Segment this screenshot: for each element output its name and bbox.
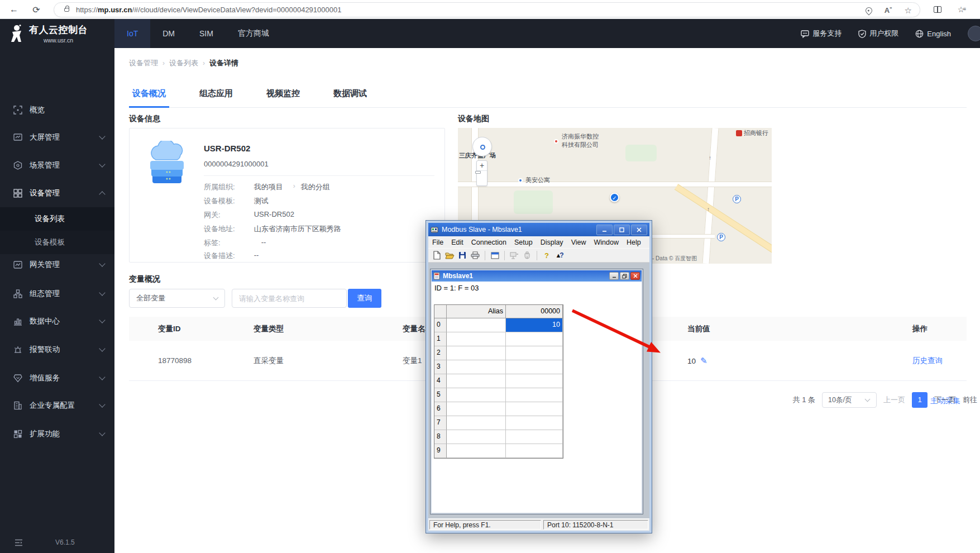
breadcrumb-device-mgmt[interactable]: 设备管理 bbox=[129, 58, 158, 68]
user-permissions[interactable]: 用户权限 bbox=[858, 28, 898, 39]
sidebar-item-alarm-linkage[interactable]: 报警联动 bbox=[0, 337, 114, 362]
disconnect-icon-disabled[interactable] bbox=[522, 250, 532, 260]
value-cell[interactable] bbox=[506, 444, 563, 458]
edit-value-icon[interactable]: ✎ bbox=[700, 356, 707, 365]
register-grid[interactable]: Alias 00000 010 1 2 3 4 5 6 7 8 9 bbox=[434, 304, 563, 459]
alias-cell[interactable] bbox=[447, 388, 506, 402]
help-icon[interactable]: ? bbox=[542, 250, 552, 260]
value-cell[interactable] bbox=[506, 374, 563, 388]
query-button[interactable]: 查询 bbox=[348, 289, 381, 308]
avatar[interactable] bbox=[968, 26, 980, 41]
modbus-slave-window[interactable]: Modbus Slave - Mbslave1 File Edit Connec… bbox=[426, 220, 652, 533]
device-location-marker[interactable]: ✓ bbox=[610, 193, 619, 202]
variable-search-input[interactable] bbox=[232, 289, 347, 308]
variable-type-select[interactable]: 全部变量 bbox=[129, 289, 225, 308]
favorite-star-icon[interactable]: ☆ bbox=[905, 6, 912, 16]
menu-help[interactable]: Help bbox=[623, 239, 645, 246]
nav-tab-mall[interactable]: 官方商城 bbox=[226, 19, 281, 48]
new-file-icon[interactable] bbox=[432, 250, 442, 260]
alias-cell[interactable] bbox=[447, 402, 506, 416]
child-minimize-button[interactable] bbox=[609, 272, 619, 280]
alias-cell[interactable] bbox=[447, 430, 506, 444]
sidebar-item-device-mgmt[interactable]: 设备管理 bbox=[0, 181, 114, 206]
modbus-title-bar[interactable]: Modbus Slave - Mbslave1 bbox=[428, 223, 649, 236]
prev-page-button[interactable]: 上一页 bbox=[883, 395, 905, 405]
menu-window[interactable]: Window bbox=[590, 239, 623, 246]
menu-view[interactable]: View bbox=[567, 239, 590, 246]
alias-cell[interactable] bbox=[447, 374, 506, 388]
service-support[interactable]: 服务支持 bbox=[801, 28, 842, 39]
back-icon[interactable]: ← bbox=[7, 2, 21, 17]
collapse-icon[interactable] bbox=[15, 539, 23, 546]
nav-tab-iot[interactable]: IoT bbox=[114, 19, 150, 48]
tab-device-overview[interactable]: 设备概况 bbox=[129, 83, 169, 107]
value-cell[interactable] bbox=[506, 346, 563, 360]
language-switch[interactable]: English bbox=[915, 30, 951, 38]
alias-cell[interactable] bbox=[447, 346, 506, 360]
brand[interactable]: 有人云控制台 www.usr.cn bbox=[0, 19, 114, 48]
favorites-bar-icon[interactable]: ☆≡ bbox=[954, 2, 968, 17]
history-query-link[interactable]: 历史查询 bbox=[912, 356, 943, 365]
breadcrumb-device-list[interactable]: 设备列表 bbox=[169, 58, 198, 68]
value-cell[interactable] bbox=[506, 402, 563, 416]
sidebar-item-extensions[interactable]: 扩展功能 bbox=[0, 422, 114, 446]
child-restore-button[interactable] bbox=[620, 272, 629, 280]
value-cell[interactable] bbox=[506, 360, 563, 374]
menu-edit[interactable]: Edit bbox=[447, 239, 467, 246]
next-page-button[interactable]: 下一页 bbox=[934, 395, 956, 405]
save-icon[interactable] bbox=[457, 250, 467, 260]
nav-tab-sim[interactable]: SIM bbox=[187, 19, 226, 48]
tab-data-debug[interactable]: 数据调试 bbox=[330, 83, 370, 107]
child-close-button[interactable] bbox=[630, 272, 640, 280]
close-button[interactable] bbox=[631, 225, 647, 235]
menu-setup[interactable]: Setup bbox=[510, 239, 537, 246]
org-group[interactable]: 我的分组 bbox=[301, 182, 330, 192]
current-page[interactable]: 1 bbox=[912, 392, 928, 408]
connect-icon-disabled[interactable] bbox=[509, 250, 519, 260]
sidebar-item-screen-mgmt[interactable]: 大屏管理 bbox=[0, 125, 114, 150]
sidebar-item-config-mgmt[interactable]: 组态管理 bbox=[0, 282, 114, 306]
sidebar-item-data-center[interactable]: 数据中心 bbox=[0, 309, 114, 333]
alias-cell[interactable] bbox=[447, 444, 506, 458]
value-cell[interactable] bbox=[506, 416, 563, 430]
print-icon[interactable] bbox=[470, 250, 480, 260]
org-project[interactable]: 我的项目 bbox=[254, 182, 288, 192]
alias-cell[interactable] bbox=[447, 360, 506, 374]
open-file-icon[interactable] bbox=[444, 250, 455, 260]
menu-connection[interactable]: Connection bbox=[467, 239, 510, 246]
menu-display[interactable]: Display bbox=[537, 239, 567, 246]
sidebar-item-enterprise-config[interactable]: 企业专属配置 bbox=[0, 393, 114, 418]
alias-cell[interactable] bbox=[447, 332, 506, 346]
display-setup-icon[interactable] bbox=[490, 250, 500, 260]
alias-cell[interactable] bbox=[447, 416, 506, 430]
value-cell-selected[interactable]: 10 bbox=[506, 318, 563, 332]
menu-file[interactable]: File bbox=[428, 239, 447, 246]
maximize-button[interactable] bbox=[614, 225, 630, 235]
context-help-icon[interactable]: ▲? bbox=[554, 250, 565, 260]
value-cell[interactable] bbox=[506, 430, 563, 444]
split-screen-icon[interactable] bbox=[930, 2, 945, 17]
sidebar-item-device-template[interactable]: 设备模板 bbox=[0, 231, 114, 254]
nav-tab-dm[interactable]: DM bbox=[150, 19, 187, 48]
address-bar[interactable]: https://mp.usr.cn/#/cloud/device/ViewDev… bbox=[54, 2, 920, 17]
alias-cell[interactable] bbox=[447, 318, 506, 332]
refresh-icon[interactable]: ⟳ bbox=[29, 2, 44, 17]
sidebar-item-scene-mgmt[interactable]: 场景管理 bbox=[0, 153, 114, 178]
sidebar-item-overview[interactable]: 概览 bbox=[0, 98, 114, 122]
read-aloud-icon[interactable]: A” bbox=[885, 6, 892, 15]
location-permission-icon[interactable] bbox=[864, 6, 873, 15]
sidebar-item-gateway-mgmt[interactable]: 网关管理 bbox=[0, 252, 114, 277]
zoom-in-button[interactable]: + bbox=[477, 161, 487, 171]
value-cell[interactable] bbox=[506, 388, 563, 402]
tab-config-app[interactable]: 组态应用 bbox=[196, 83, 236, 107]
page-size-select[interactable]: 10条/页 bbox=[822, 392, 877, 408]
sidebar-item-device-list[interactable]: 设备列表 bbox=[0, 207, 114, 231]
tab-video-monitor[interactable]: 视频监控 bbox=[263, 83, 303, 107]
mbslave1-child-window[interactable]: Mbslave1 ID = 1: F = 03 Alias 00000 010 bbox=[430, 269, 643, 514]
child-title-bar[interactable]: Mbslave1 bbox=[432, 270, 642, 282]
map-compass-control[interactable] bbox=[472, 137, 492, 156]
sidebar-item-value-added[interactable]: 增值服务 bbox=[0, 366, 114, 390]
map-zoom-control[interactable]: + bbox=[476, 160, 487, 186]
url-text[interactable]: https://mp.usr.cn/#/cloud/device/ViewDev… bbox=[76, 6, 341, 14]
value-cell[interactable] bbox=[506, 332, 563, 346]
